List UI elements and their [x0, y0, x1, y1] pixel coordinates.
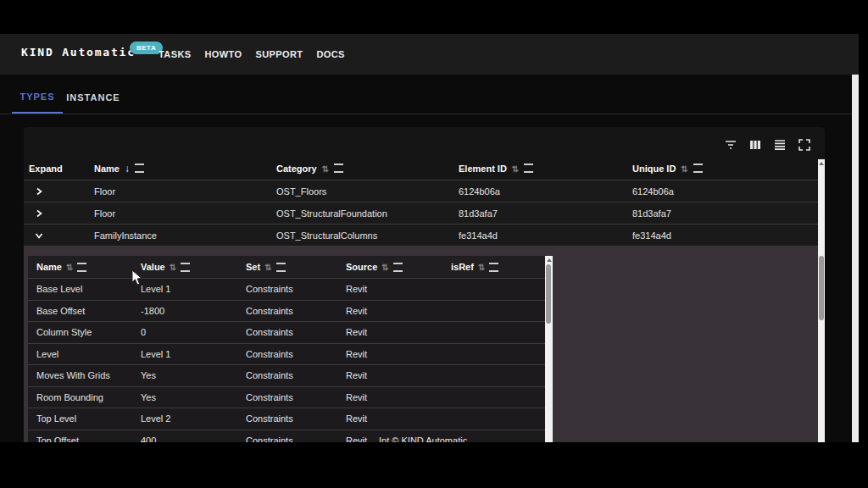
clipped-source-fragment: Int © KIND Automatic: [379, 435, 467, 442]
cell-param-set: Constraints: [237, 435, 337, 442]
column-menu-icon[interactable]: [77, 263, 86, 272]
types-table-rows: Floor OST_Floors 6124b06a 6124b06a Floor…: [24, 180, 818, 247]
sort-icon[interactable]: [681, 164, 687, 174]
app-logo: KIND Automatic: [21, 46, 136, 58]
parameters-table: Name Value Set Source isRef Base Level L…: [28, 256, 545, 442]
filter-icon[interactable]: [724, 138, 737, 152]
cell-param-source: Revit: [337, 413, 442, 424]
cell-param-set: Constraints: [237, 370, 337, 380]
sort-icon[interactable]: [512, 164, 519, 174]
param-row[interactable]: Base Offset -1800 Constraints Revit: [28, 301, 545, 323]
cell-param-value: 0: [132, 327, 237, 337]
cell-param-source: Revit: [337, 349, 442, 359]
table-row[interactable]: Floor OST_Floors 6124b06a 6124b06a: [24, 180, 818, 202]
page-scrollbar[interactable]: [852, 75, 859, 442]
tab-types[interactable]: TYPES: [12, 81, 63, 114]
grid-scrollbar[interactable]: [818, 159, 825, 442]
column-menu-icon[interactable]: [181, 263, 190, 272]
param-row[interactable]: Top Level Level 2 Constraints Revit: [28, 408, 545, 430]
cell-param-name: Room Bounding: [28, 392, 132, 402]
param-row[interactable]: Column Style 0 Constraints Revit: [28, 322, 545, 344]
nav-docs[interactable]: DOCS: [316, 49, 344, 59]
main-nav: TASKS HOWTO SUPPORT DOCS: [159, 34, 345, 75]
sort-icon[interactable]: [66, 262, 73, 272]
fullscreen-icon[interactable]: [798, 138, 811, 152]
expanded-detail-panel: Name Value Set Source isRef Base Level L…: [24, 247, 818, 442]
cell-param-source: Revit: [346, 435, 367, 442]
cell-param-value: 400: [132, 435, 237, 442]
cell-param-source: Revit: [337, 284, 442, 294]
sort-icon[interactable]: [381, 262, 388, 272]
nav-howto[interactable]: HOWTO: [204, 49, 242, 59]
col-element-id-label: Element ID: [459, 164, 507, 174]
app-bar: KIND Automatic BETA TASKS HOWTO SUPPORT …: [0, 34, 859, 75]
cell-param-name: Base Level: [28, 284, 132, 294]
tab-bar: TYPES INSTANCE: [0, 81, 859, 114]
nested-table-scrollbar[interactable]: [545, 256, 553, 442]
sort-desc-icon[interactable]: [125, 163, 130, 175]
chevron-right-icon[interactable]: [34, 208, 44, 219]
cell-unique-id: 6124b06a: [627, 186, 818, 197]
column-menu-icon[interactable]: [489, 263, 498, 272]
scrollbar-thumb[interactable]: [546, 264, 551, 324]
chevron-right-icon[interactable]: [34, 186, 44, 197]
column-menu-icon[interactable]: [524, 164, 533, 173]
param-row-clipped[interactable]: Top Offset 400 Constraints RevitInt © KI…: [28, 430, 545, 443]
pcol-set-label: Set: [246, 262, 260, 272]
cell-param-source: Revit: [337, 306, 442, 316]
cell-param-set: Constraints: [237, 413, 337, 424]
scroll-up-arrow-icon[interactable]: [819, 162, 824, 165]
letterbox-bottom: [0, 442, 868, 488]
types-table-header: Expand Name Category Element ID: [24, 157, 818, 180]
cell-param-value: Yes: [132, 370, 237, 380]
nav-tasks[interactable]: TASKS: [159, 49, 191, 59]
density-icon[interactable]: [773, 138, 787, 152]
sort-icon[interactable]: [322, 164, 329, 174]
cell-unique-id: fe314a4d: [627, 230, 818, 241]
col-expand-label: Expand: [29, 164, 63, 174]
sort-icon[interactable]: [264, 262, 271, 272]
param-row[interactable]: Level Level 1 Constraints Revit: [28, 344, 545, 366]
letterbox-right: [859, 0, 868, 488]
cell-param-set: Constraints: [237, 349, 337, 359]
cell-unique-id: 81d3afa7: [627, 208, 818, 219]
chevron-down-icon[interactable]: [34, 230, 44, 241]
cell-name: Floor: [89, 208, 271, 219]
page-content: TYPES INSTANCE Ex: [0, 75, 859, 442]
tab-instance[interactable]: INSTANCE: [66, 81, 120, 114]
cell-element-id: 81d3afa7: [453, 208, 627, 219]
cell-param-value: Level 1: [132, 349, 237, 359]
param-row[interactable]: Room Bounding Yes Constraints Revit: [28, 387, 545, 409]
cell-element-id: fe314a4d: [453, 230, 627, 241]
types-data-grid: Expand Name Category Element ID: [24, 127, 825, 442]
cell-param-value: Level 1: [132, 284, 237, 294]
col-unique-id-label: Unique ID: [632, 164, 676, 174]
column-menu-icon[interactable]: [393, 263, 403, 272]
param-row[interactable]: Moves With Grids Yes Constraints Revit: [28, 365, 545, 387]
scrollbar-thumb[interactable]: [819, 256, 824, 320]
columns-icon[interactable]: [748, 138, 762, 152]
table-row-expanded[interactable]: FamilyInstance OST_StructuralColumns fe3…: [24, 225, 818, 247]
column-menu-icon[interactable]: [334, 164, 343, 173]
cell-param-name: Column Style: [28, 327, 132, 337]
pcol-isref-label: isRef: [451, 262, 474, 272]
cell-param-name: Level: [28, 349, 132, 359]
cell-name: Floor: [89, 186, 271, 197]
param-row[interactable]: Base Level Level 1 Constraints Revit: [28, 279, 545, 301]
column-menu-icon[interactable]: [276, 263, 286, 272]
parameters-table-header: Name Value Set Source isRef: [28, 256, 545, 279]
column-menu-icon[interactable]: [135, 164, 144, 173]
col-category-label: Category: [276, 164, 317, 174]
cell-element-id: 6124b06a: [453, 186, 627, 197]
cell-param-set: Constraints: [237, 284, 337, 294]
nav-support[interactable]: SUPPORT: [255, 49, 303, 59]
scroll-up-arrow-icon[interactable]: [547, 258, 552, 262]
sort-icon[interactable]: [170, 262, 176, 272]
app-window: KIND Automatic BETA TASKS HOWTO SUPPORT …: [0, 0, 868, 488]
sort-icon[interactable]: [478, 262, 485, 272]
table-row[interactable]: Floor OST_StructuralFoundation 81d3afa7 …: [24, 202, 818, 225]
grid-toolbar: [724, 136, 811, 154]
cell-param-source: Revit: [337, 327, 442, 337]
cell-param-name: Base Offset: [28, 306, 132, 316]
column-menu-icon[interactable]: [693, 164, 703, 173]
